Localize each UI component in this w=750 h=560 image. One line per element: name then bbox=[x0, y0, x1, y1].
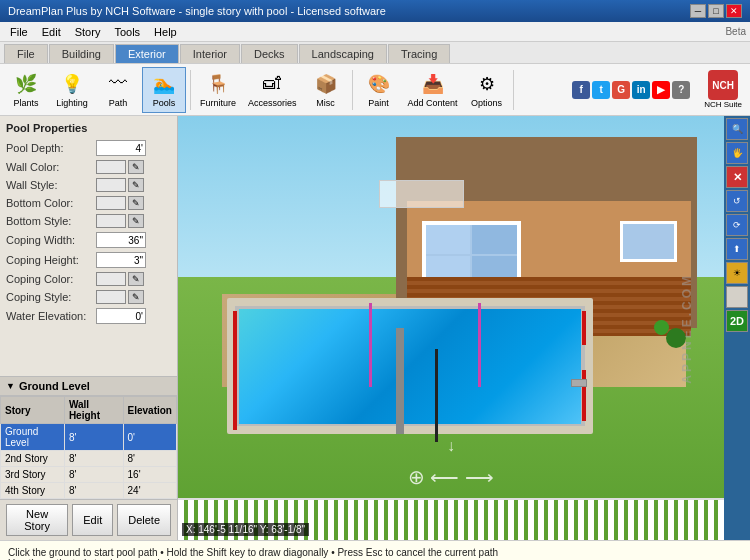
nav-down-arrow[interactable]: ↓ bbox=[447, 437, 455, 455]
titlebar-controls: ─ □ ✕ bbox=[690, 4, 742, 18]
story-wall-height: 8' bbox=[64, 467, 123, 483]
coping-style-edit[interactable]: ✎ bbox=[128, 290, 144, 304]
story-wall-height: 8' bbox=[64, 451, 123, 467]
bottom-style-swatch[interactable] bbox=[96, 214, 126, 228]
toolbar-options[interactable]: ⚙ Options bbox=[465, 67, 509, 113]
toolbar-paint[interactable]: 🎨 Paint bbox=[357, 67, 401, 113]
right-btn-2[interactable]: 🖐 bbox=[726, 142, 748, 164]
pool-coping bbox=[227, 298, 593, 434]
toolbar-pools[interactable]: 🏊 Pools bbox=[142, 67, 186, 113]
misc-icon: 📦 bbox=[314, 72, 338, 96]
toolbar-path[interactable]: 〰 Path bbox=[96, 67, 140, 113]
wall-color-edit[interactable]: ✎ bbox=[128, 160, 144, 174]
menu-help[interactable]: Help bbox=[148, 24, 183, 40]
expand-icon: ▼ bbox=[6, 381, 15, 391]
pool-ladder bbox=[396, 328, 404, 434]
story-elevation: 24' bbox=[123, 483, 176, 499]
prop-row-coping-color: Coping Color: ✎ bbox=[6, 272, 171, 286]
wall-color-label: Wall Color: bbox=[6, 161, 96, 173]
right-btn-x[interactable]: ✕ bbox=[726, 166, 748, 188]
table-row[interactable]: Ground Level 8' 0' bbox=[1, 424, 177, 451]
prop-row-wall-color: Wall Color: ✎ bbox=[6, 160, 171, 174]
house-window-small bbox=[620, 221, 677, 262]
water-elevation-input[interactable] bbox=[96, 308, 146, 324]
wall-color-swatch[interactable] bbox=[96, 160, 126, 174]
delete-story-button[interactable]: Delete bbox=[117, 504, 171, 536]
coping-style-swatch[interactable] bbox=[96, 290, 126, 304]
wall-style-label: Wall Style: bbox=[6, 179, 96, 191]
bottom-color-swatch[interactable] bbox=[96, 196, 126, 210]
prop-row-water-elevation: Water Elevation: bbox=[6, 308, 171, 324]
nch-logo: NCH bbox=[708, 70, 738, 100]
toolbar-plants[interactable]: 🌿 Plants bbox=[4, 67, 48, 113]
table-row[interactable]: 2nd Story 8' 8' bbox=[1, 451, 177, 467]
story-name: 3rd Story bbox=[1, 467, 65, 483]
tab-interior[interactable]: Interior bbox=[180, 44, 240, 63]
right-btn-1[interactable]: 🔍 bbox=[726, 118, 748, 140]
menu-tools[interactable]: Tools bbox=[108, 24, 146, 40]
right-btn-orbit[interactable]: ⟳ bbox=[726, 214, 748, 236]
story-elevation: 0' bbox=[123, 424, 176, 451]
right-btn-tilt[interactable]: ⬆ bbox=[726, 238, 748, 260]
pool-stake-pink-2 bbox=[478, 303, 481, 388]
right-btn-light[interactable]: ☀ bbox=[726, 262, 748, 284]
edit-story-button[interactable]: Edit bbox=[72, 504, 113, 536]
menu-story[interactable]: Story bbox=[69, 24, 107, 40]
right-btn-rotate[interactable]: ↺ bbox=[726, 190, 748, 212]
coping-width-input[interactable] bbox=[96, 232, 146, 248]
toolbar-lighting[interactable]: 💡 Lighting bbox=[50, 67, 94, 113]
right-btn-misc1[interactable] bbox=[726, 286, 748, 308]
help-icon[interactable]: ? bbox=[672, 81, 690, 99]
toolbar-add-content[interactable]: 📥 Add Content bbox=[403, 67, 463, 113]
facebook-icon[interactable]: f bbox=[572, 81, 590, 99]
bottom-color-edit[interactable]: ✎ bbox=[128, 196, 144, 210]
table-row[interactable]: 3rd Story 8' 16' bbox=[1, 467, 177, 483]
close-button[interactable]: ✕ bbox=[726, 4, 742, 18]
tab-tracing[interactable]: Tracing bbox=[388, 44, 450, 63]
coping-height-input[interactable] bbox=[96, 252, 146, 268]
menu-file[interactable]: File bbox=[4, 24, 34, 40]
toolbar-furniture[interactable]: 🪑 Furniture bbox=[195, 67, 241, 113]
maximize-button[interactable]: □ bbox=[708, 4, 724, 18]
bottom-style-edit[interactable]: ✎ bbox=[128, 214, 144, 228]
coping-height-label: Coping Height: bbox=[6, 254, 96, 266]
tab-building[interactable]: Building bbox=[49, 44, 114, 63]
menu-edit[interactable]: Edit bbox=[36, 24, 67, 40]
tab-decks[interactable]: Decks bbox=[241, 44, 298, 63]
twitter-icon[interactable]: t bbox=[592, 81, 610, 99]
right-btn-2d[interactable]: 2D bbox=[726, 310, 748, 332]
pool-depth-input[interactable] bbox=[96, 140, 146, 156]
bottom-color-label: Bottom Color: bbox=[6, 197, 96, 209]
lighting-icon: 💡 bbox=[60, 72, 84, 96]
pool-pole-black bbox=[435, 349, 438, 442]
toolbar-misc[interactable]: 📦 Misc bbox=[304, 67, 348, 113]
pools-icon: 🏊 bbox=[152, 72, 176, 96]
pool-stake-4 bbox=[233, 370, 237, 429]
toolbar-accessories[interactable]: 🛋 Accessories bbox=[243, 67, 302, 113]
left-panel: Pool Properties Pool Depth: Wall Color: … bbox=[0, 116, 178, 540]
google-plus-icon[interactable]: G bbox=[612, 81, 630, 99]
tab-exterior[interactable]: Exterior bbox=[115, 44, 179, 63]
coping-color-swatch[interactable] bbox=[96, 272, 126, 286]
diving-board bbox=[571, 379, 587, 387]
youtube-icon[interactable]: ▶ bbox=[652, 81, 670, 99]
pool-stake-2 bbox=[582, 311, 586, 345]
wall-style-edit[interactable]: ✎ bbox=[128, 178, 144, 192]
wall-style-swatch[interactable] bbox=[96, 178, 126, 192]
plant-2 bbox=[654, 320, 669, 335]
tab-landscaping[interactable]: Landscaping bbox=[299, 44, 387, 63]
minimize-button[interactable]: ─ bbox=[690, 4, 706, 18]
nch-suite-button[interactable]: NCH NCH Suite bbox=[700, 68, 746, 111]
paint-icon: 🎨 bbox=[367, 72, 391, 96]
menubar: File Edit Story Tools Help Beta bbox=[0, 22, 750, 42]
linkedin-icon[interactable]: in bbox=[632, 81, 650, 99]
right-toolbar: 🔍 🖐 ✕ ↺ ⟳ ⬆ ☀ 2D bbox=[724, 116, 750, 540]
info-bar: Click the ground to start pool path • Ho… bbox=[0, 540, 750, 560]
3d-view[interactable]: ⊕ ⟵ ⟶ ↓ X: 146'-5 11/16" Y: 63'-1/8" APP… bbox=[178, 116, 724, 540]
nav-arrows[interactable]: ⊕ ⟵ ⟶ bbox=[408, 465, 494, 489]
new-story-button[interactable]: New Story bbox=[6, 504, 68, 536]
tab-file[interactable]: File bbox=[4, 44, 48, 63]
table-row[interactable]: 4th Story 8' 24' bbox=[1, 483, 177, 499]
titlebar: DreamPlan Plus by NCH Software - single … bbox=[0, 0, 750, 22]
coping-color-edit[interactable]: ✎ bbox=[128, 272, 144, 286]
